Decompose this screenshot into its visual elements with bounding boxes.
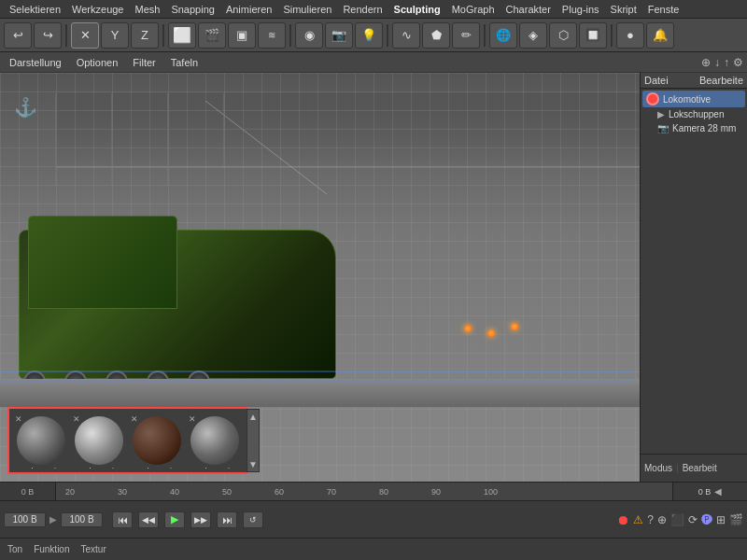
object-label-lokomotive: Lokomotive [663,94,741,105]
ruler-mark-60: 60 [275,487,284,497]
transport-prev-btn[interactable]: ⏮ [112,511,133,528]
ruler-mark-90: 90 [431,487,441,497]
tl-warning-icon[interactable]: ⚠ [633,513,643,526]
tl-film-icon[interactable]: 🎬 [729,513,743,526]
tl-grid-icon[interactable]: ⊞ [716,513,726,526]
menu-werkzeuge[interactable]: Werkzeuge [66,4,129,15]
vp-nav-icon[interactable]: ⊕ [701,56,711,69]
sculpt3-button[interactable]: ⬡ [549,22,577,49]
camera-button[interactable]: 📷 [325,22,353,49]
rp-datei[interactable]: Datei [644,75,669,86]
vp-settings-icon[interactable]: ⚙ [733,56,743,69]
sculpt4-button[interactable]: 🔲 [579,22,607,49]
rp-bearbeit[interactable]: Bearbeit [683,463,717,473]
object-label-lokschuppen: Lokschuppen [669,109,741,119]
submenu-filter[interactable]: Filter [127,57,161,68]
array-button[interactable]: ▣ [228,22,256,49]
object-item-lokomotive[interactable]: Lokomotive [642,91,745,107]
viewport[interactable]: РХ-109 ⚓ [0,73,640,482]
nurbs-button[interactable]: 🎬 [198,22,226,49]
submenu-tafeln[interactable]: Tafeln [165,57,204,68]
tl-record-icon[interactable]: ⏺ [616,512,629,527]
frame-end-input[interactable] [61,512,103,527]
platform [0,379,640,407]
main-area: РХ-109 ⚓ [0,73,747,482]
menu-charakter[interactable]: Charakter [500,4,557,15]
distant-light-3 [511,323,518,330]
timeline-scroll-left[interactable]: ◀ [714,486,722,497]
material-ball-2[interactable]: ✕ Lokomotiv [71,413,127,469]
move-tool-button[interactable]: ✕ [71,22,99,49]
transport-loop-btn[interactable]: ↺ [243,511,263,528]
cube-button[interactable]: ⬜ [168,22,196,49]
rp-modus[interactable]: Modus [644,463,672,473]
scale-tool-button[interactable]: Z [131,22,159,49]
object-label-kamera: Kamera 28 mm [672,123,741,133]
material-sphere-1 [17,416,65,465]
transport-next-btn[interactable]: ⏭ [217,511,237,528]
tl-key1-icon[interactable]: ⊕ [657,513,667,526]
menu-selektieren[interactable]: Selektieren [4,4,66,15]
object-item-kamera[interactable]: 📷 Kamera 28 mm [642,121,745,135]
vp-down-icon[interactable]: ↓ [714,56,720,69]
menu-mograph[interactable]: MoGraph [446,4,500,15]
vp-up-icon[interactable]: ↑ [724,56,729,69]
status-textur[interactable]: Textur [80,544,106,554]
timeline-right-fps: 0 B [698,487,712,497]
rotate-tool-button[interactable]: Y [101,22,129,49]
redo-button[interactable]: ↪ [34,22,62,49]
material-scroll[interactable]: ▲ ▼ [247,409,260,472]
rp-bearbeite[interactable]: Bearbeite [699,75,743,86]
ruler-mark-80: 80 [379,487,388,497]
status-ton[interactable]: Ton [7,544,22,554]
tl-power-icon[interactable]: 🅟 [701,513,712,526]
tl-key2-icon[interactable]: ⬛ [670,513,684,526]
scroll-down-icon[interactable]: ▼ [248,459,258,469]
menu-rendern[interactable]: Rendern [337,4,388,15]
menu-skript[interactable]: Skript [605,4,642,15]
spline-button[interactable]: ∿ [392,22,420,49]
menu-animieren[interactable]: Animieren [220,4,278,15]
sculpt1-button[interactable]: 🌐 [489,22,517,49]
submenu-optionen[interactable]: Optionen [71,57,124,68]
sketch-button[interactable]: ✏ [452,22,480,49]
material-ball-1[interactable]: ✕ Lokomotiv [13,413,69,469]
status-bar: Ton Funktion Textur [0,538,747,560]
sculpt2-button[interactable]: ◈ [519,22,547,49]
material-x-2: ✕ [73,414,80,424]
render-button[interactable]: ● [616,22,644,49]
tl-loop-icon[interactable]: ⟳ [688,513,698,526]
frame-start-input[interactable] [4,512,46,527]
tl-help-icon[interactable]: ? [647,513,654,526]
menu-mesh[interactable]: Mesh [129,4,165,15]
material-sphere-4 [190,416,239,465]
fps-label: 0 B [21,487,35,497]
polygon-button[interactable]: ⬟ [422,22,450,49]
submenu-darstellung[interactable]: Darstellung [4,57,67,68]
right-panel-header: Datei Bearbeite [641,73,747,89]
menu-simulieren[interactable]: Simulieren [277,4,337,15]
separator-1 [65,24,67,47]
undo-button[interactable]: ↩ [4,22,32,49]
status-funktion[interactable]: Funktion [34,544,69,554]
distant-light-1 [464,325,472,332]
menu-fenster[interactable]: Fenste [642,4,685,15]
separator-5 [484,24,486,47]
object-item-lokschuppen[interactable]: ▶ Lokschuppen [642,107,745,121]
menu-snapping[interactable]: Snapping [165,4,220,15]
render2-button[interactable]: 🔔 [646,22,674,49]
menu-sculpting[interactable]: Sculpting [388,4,446,15]
transport-back-btn[interactable]: ◀◀ [138,511,159,528]
menu-plugins[interactable]: Plug-ins [557,4,605,15]
light-button[interactable]: 💡 [355,22,383,49]
material-x-1: ✕ [15,414,22,424]
transport-play-btn[interactable]: ▶ [164,511,185,528]
separator-4 [387,24,388,47]
material-ball-3[interactable]: ✕ Lokomotiv [129,413,185,469]
scene-button[interactable]: ◉ [295,22,323,49]
deformer-button[interactable]: ≋ [258,22,286,49]
transport-fwd-btn[interactable]: ▶▶ [190,511,211,528]
separator-6 [611,24,613,47]
material-ball-4[interactable]: ✕ Lokomotiv [187,413,243,469]
scroll-up-icon[interactable]: ▲ [248,412,258,422]
